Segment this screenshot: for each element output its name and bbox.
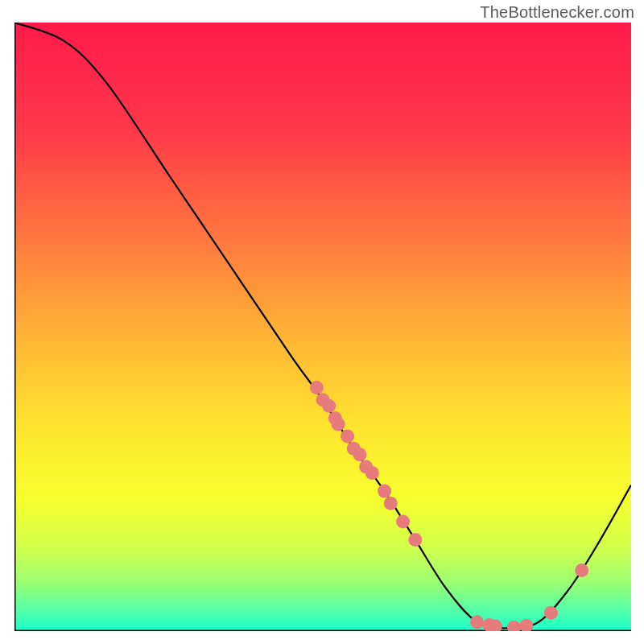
watermark-text: TheBottleneсker.com	[480, 3, 634, 22]
data-point	[332, 417, 345, 431]
plot-area	[14, 23, 631, 631]
data-point	[322, 399, 336, 413]
chart-svg	[14, 23, 631, 631]
data-point	[384, 497, 398, 510]
chart-frame: TheBottleneсker.com	[0, 0, 644, 644]
data-point	[378, 485, 391, 498]
data-point	[396, 514, 410, 528]
data-point	[575, 564, 588, 577]
data-point	[544, 606, 558, 620]
data-point	[365, 466, 379, 480]
data-point	[341, 430, 354, 444]
gradient-background	[14, 23, 631, 631]
data-point	[408, 533, 422, 547]
data-point	[470, 615, 484, 629]
data-point	[353, 448, 366, 461]
data-point	[310, 381, 324, 394]
